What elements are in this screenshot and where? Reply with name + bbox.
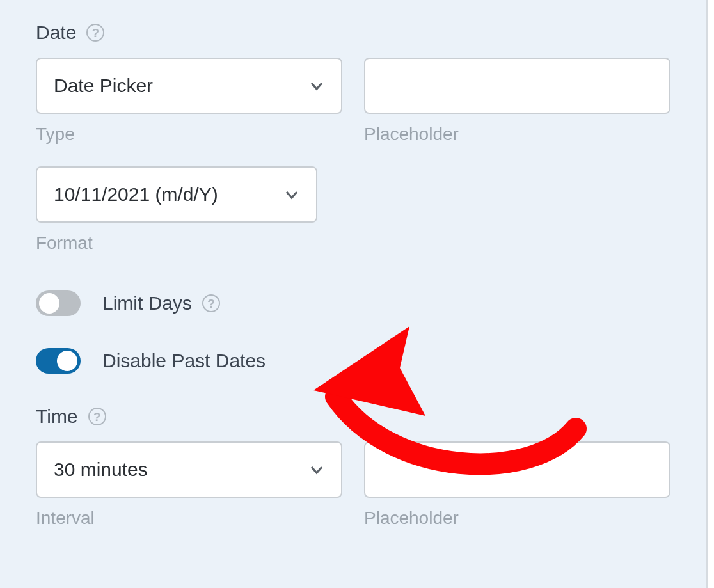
help-icon[interactable]: ? [202, 294, 220, 312]
date-format-label: Format [36, 233, 670, 253]
date-type-value: Date Picker [54, 75, 153, 97]
time-placeholder-input[interactable] [364, 441, 670, 498]
help-icon[interactable]: ? [86, 24, 104, 42]
date-row-1: Date Picker Type Placeholder [36, 58, 670, 160]
chevron-down-icon [284, 187, 299, 202]
chevron-down-icon [309, 462, 324, 477]
toggle-knob [39, 293, 60, 314]
time-interval-select[interactable]: 30 minutes [36, 441, 342, 498]
date-type-label: Type [36, 124, 342, 145]
time-section-title: Time ? [36, 406, 670, 427]
time-interval-col: 30 minutes Interval [36, 441, 342, 544]
time-title-text: Time [36, 406, 78, 427]
date-placeholder-col: Placeholder [364, 58, 670, 160]
disable-past-label-wrap: Disable Past Dates [102, 350, 266, 372]
time-interval-label: Interval [36, 508, 342, 528]
toggle-knob [57, 351, 77, 371]
disable-past-dates-toggle[interactable] [36, 348, 81, 374]
time-interval-value: 30 minutes [54, 459, 148, 481]
limit-days-label-wrap: Limit Days ? [102, 292, 220, 314]
limit-days-toggle[interactable] [36, 290, 81, 316]
time-placeholder-col: Placeholder [364, 441, 670, 544]
date-row-2: 10/11/2021 (m/d/Y) Format [36, 166, 670, 269]
date-type-select[interactable]: Date Picker [36, 58, 342, 114]
toggles-group: Limit Days ? Disable Past Dates [36, 290, 670, 374]
limit-days-row: Limit Days ? [36, 290, 670, 316]
time-row-1: 30 minutes Interval Placeholder [36, 441, 670, 544]
date-format-value: 10/11/2021 (m/d/Y) [54, 184, 218, 205]
date-placeholder-label: Placeholder [364, 124, 670, 145]
date-format-select[interactable]: 10/11/2021 (m/d/Y) [36, 166, 317, 223]
time-placeholder-label: Placeholder [364, 508, 670, 528]
date-format-col: 10/11/2021 (m/d/Y) Format [36, 166, 670, 269]
help-icon[interactable]: ? [88, 408, 106, 425]
chevron-down-icon [309, 78, 324, 93]
settings-panel: Date ? Date Picker Type Placeholder 10/1… [0, 0, 708, 588]
disable-past-row: Disable Past Dates [36, 348, 670, 374]
date-placeholder-input[interactable] [364, 58, 670, 114]
disable-past-label: Disable Past Dates [102, 350, 266, 372]
date-section-title: Date ? [36, 22, 670, 44]
date-type-col: Date Picker Type [36, 58, 342, 160]
date-title-text: Date [36, 22, 76, 44]
limit-days-label: Limit Days [102, 292, 192, 314]
